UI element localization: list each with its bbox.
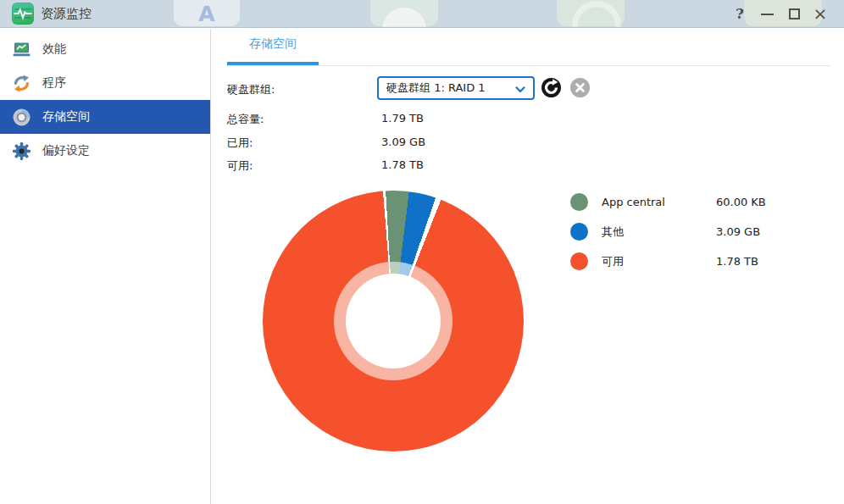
- volume-group-select[interactable]: 硬盘群组 1: RAID 1: [377, 76, 535, 100]
- tab-storage-space[interactable]: 存储空间: [227, 36, 319, 58]
- resource-monitor-window: A 资源监控 ? × 效: [0, 0, 844, 504]
- legend-item-free: 可用 1.78 TB: [570, 246, 766, 276]
- legend-item-app-central: App central 60.00 KB: [570, 187, 766, 217]
- clear-selection-button[interactable]: [570, 78, 590, 97]
- legend-dot-orange: [570, 252, 588, 270]
- main-content: 存储空间 硬盘群组: 硬盘群组 1: RAID 1: [212, 29, 844, 504]
- sidebar-item-label: 效能: [42, 42, 66, 57]
- total-capacity-label: 总容量:: [227, 112, 264, 127]
- volume-group-selected-value: 硬盘群组 1: RAID 1: [386, 80, 515, 96]
- refresh-button[interactable]: [541, 78, 561, 97]
- sidebar-item-performance[interactable]: 效能: [0, 32, 210, 66]
- sidebar: 效能 程序 存储空间: [0, 29, 211, 504]
- window-title: 资源监控: [41, 0, 92, 28]
- donut-hole: [346, 274, 441, 368]
- total-capacity-value: 1.79 TB: [381, 112, 424, 125]
- sidebar-item-preferences[interactable]: 偏好设定: [0, 134, 210, 168]
- storage-donut-icon: [12, 108, 31, 127]
- used-label: 已用:: [227, 136, 253, 151]
- help-button[interactable]: ?: [727, 0, 752, 28]
- storage-donut-chart: [263, 191, 524, 451]
- clear-circle-icon: [570, 87, 590, 100]
- legend-label: App central: [602, 196, 716, 208]
- sidebar-item-storage[interactable]: 存储空间: [0, 100, 210, 134]
- volume-group-label: 硬盘群组:: [227, 82, 275, 97]
- close-button[interactable]: ×: [808, 0, 833, 28]
- sidebar-item-label: 存储空间: [42, 109, 90, 125]
- legend-dot-green: [570, 193, 588, 211]
- maximize-button[interactable]: [781, 0, 807, 28]
- titlebar: A 资源监控 ? ×: [0, 0, 844, 28]
- legend-label: 可用: [602, 254, 716, 269]
- minimize-icon: [761, 14, 774, 15]
- resource-monitor-app-icon: [12, 3, 34, 25]
- settings-gear-icon: [12, 141, 31, 161]
- processes-sync-icon: [12, 74, 31, 93]
- free-label: 可用:: [227, 158, 253, 174]
- legend-value: 60.00 KB: [716, 196, 766, 208]
- sidebar-item-label: 程序: [42, 75, 66, 91]
- tab-divider: [227, 65, 830, 66]
- legend-dot-blue: [570, 223, 588, 241]
- background-app-icon: A: [174, 0, 240, 26]
- used-value: 3.09 GB: [381, 136, 425, 148]
- sidebar-item-label: 偏好设定: [42, 143, 90, 158]
- chart-legend: App central 60.00 KB 其他 3.09 GB 可用 1.78 …: [570, 187, 766, 276]
- legend-value: 3.09 GB: [716, 225, 760, 238]
- background-app-icon: [370, 0, 438, 26]
- chevron-down-icon: [515, 80, 525, 97]
- legend-label: 其他: [602, 224, 716, 240]
- legend-value: 1.78 TB: [716, 255, 758, 268]
- performance-monitor-icon: [12, 40, 31, 59]
- sidebar-item-processes[interactable]: 程序: [0, 66, 210, 100]
- minimize-button[interactable]: [754, 0, 780, 28]
- background-app-icon: [557, 0, 625, 26]
- free-value: 1.78 TB: [381, 158, 424, 171]
- refresh-icon: [541, 87, 561, 100]
- maximize-icon: [789, 8, 800, 19]
- legend-item-other: 其他 3.09 GB: [570, 217, 766, 246]
